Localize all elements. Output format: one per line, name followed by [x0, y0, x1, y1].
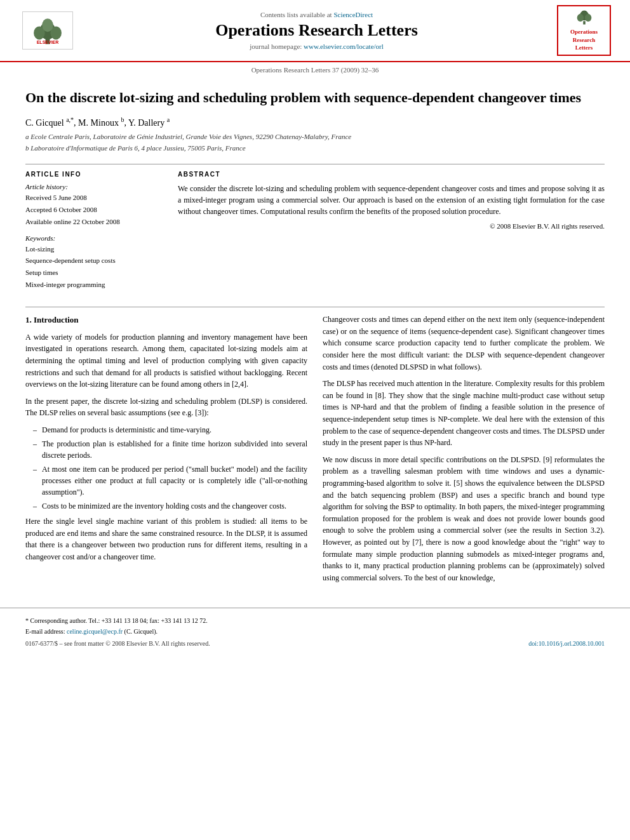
body-columns: 1. Introduction A wide variety of models… [25, 314, 605, 589]
affiliation-a: a Ecole Centrale Paris, Laboratoire de G… [25, 131, 605, 143]
abstract-text: We consider the discrete lot-sizing and … [178, 183, 605, 217]
journal-homepage: journal homepage: www.elsevier.com/locat… [89, 43, 544, 50]
abstract-label: ABSTRACT [178, 171, 605, 178]
bullet-item-4: Costs to be minimized are the inventory … [33, 500, 307, 512]
bullet-item-3: At most one item can be produced per per… [33, 463, 307, 498]
page: ELSEVIER Contents lists available at Sci… [0, 0, 630, 840]
right-column: Changeover costs and times can depend ei… [323, 314, 605, 589]
keywords-label: Keywords: [25, 234, 165, 242]
journal-logo-box: Operations Research Letters [557, 5, 611, 56]
bullet-item-2: The production plan is established for a… [33, 438, 307, 461]
right-para-3: We now discuss in more detail specific c… [323, 454, 605, 584]
footer-bottom: 0167-6377/$ – see front matter © 2008 El… [25, 640, 605, 647]
right-para-1: Changeover costs and times can depend ei… [323, 314, 605, 373]
svg-text:ELSEVIER: ELSEVIER [37, 40, 59, 44]
header: ELSEVIER Contents lists available at Sci… [0, 0, 630, 62]
affiliations: a Ecole Centrale Paris, Laboratoire de G… [25, 131, 605, 154]
elsevier-tree-image: ELSEVIER [22, 11, 73, 50]
copyright: © 2008 Elsevier B.V. All rights reserved… [178, 222, 605, 230]
intro-heading: 1. Introduction [25, 314, 307, 326]
article-history: Article history: Received 5 June 2008 Ac… [25, 183, 165, 227]
sciencedirect-line: Contents lists available at ScienceDirec… [89, 11, 544, 18]
email-link[interactable]: celine.gicquel@ecp.fr [67, 628, 123, 635]
abstract-section: ABSTRACT We consider the discrete lot-si… [178, 171, 605, 297]
doi-line: doi:10.1016/j.orl.2008.10.001 [528, 640, 605, 647]
footnote-star: * Corresponding author. Tel.: +33 141 13… [25, 616, 605, 625]
received-date: Received 5 June 2008 Accepted 6 October … [25, 192, 165, 227]
bullet-item-1: Demand for products is deterministic and… [33, 424, 307, 436]
intro-para-2: In the present paper, the discrete lot-s… [25, 396, 307, 419]
right-para-2: The DLSP has received much attention in … [323, 378, 605, 449]
elsevier-logo: ELSEVIER [19, 11, 76, 50]
journal-title-header: Operations Research Letters [89, 21, 544, 40]
journal-ref-line: Operations Research Letters 37 (2009) 32… [0, 62, 630, 76]
history-label: Article history: [25, 183, 165, 190]
journal-ref: Operations Research Letters 37 (2009) 32… [251, 66, 379, 74]
article-info-abstract: ARTICLE INFO Article history: Received 5… [25, 171, 605, 297]
svg-rect-9 [583, 21, 585, 24]
header-center: Contents lists available at ScienceDirec… [76, 11, 557, 50]
assumptions-list: Demand for products is deterministic and… [33, 424, 307, 512]
affiliation-b: b Laboratoire d'Informatique de Paris 6,… [25, 143, 605, 154]
svg-point-8 [584, 14, 591, 22]
intro-para-1: A wide variety of models for production … [25, 331, 307, 390]
svg-point-4 [42, 18, 53, 32]
footnote-email: E-mail address: celine.gicquel@ecp.fr (C… [25, 627, 605, 636]
left-column: 1. Introduction A wide variety of models… [25, 314, 307, 589]
journal-logo-text: Operations Research Letters [570, 28, 598, 52]
article-title: On the discrete lot-sizing and schedulin… [25, 89, 605, 107]
divider-1 [25, 164, 605, 164]
homepage-link[interactable]: www.elsevier.com/locate/orl [304, 43, 384, 50]
article-info-label: ARTICLE INFO [25, 171, 165, 178]
intro-para-3: Here the single level single machine var… [25, 516, 307, 563]
keywords-list: Lot-sizing Sequence-dependent setup cost… [25, 243, 165, 291]
issn-line: 0167-6377/$ – see front matter © 2008 El… [25, 640, 210, 647]
svg-point-7 [577, 14, 583, 22]
sciencedirect-link[interactable]: ScienceDirect [333, 11, 373, 18]
article-info-section: ARTICLE INFO Article history: Received 5… [25, 171, 165, 297]
article-footer: * Corresponding author. Tel.: +33 141 13… [0, 608, 630, 652]
divider-2 [25, 307, 605, 307]
authors: C. Gicquel a,*, M. Minoux b, Y. Dallery … [25, 116, 605, 128]
article-content: On the discrete lot-sizing and schedulin… [0, 76, 630, 601]
keywords-group: Keywords: Lot-sizing Sequence-dependent … [25, 234, 165, 291]
